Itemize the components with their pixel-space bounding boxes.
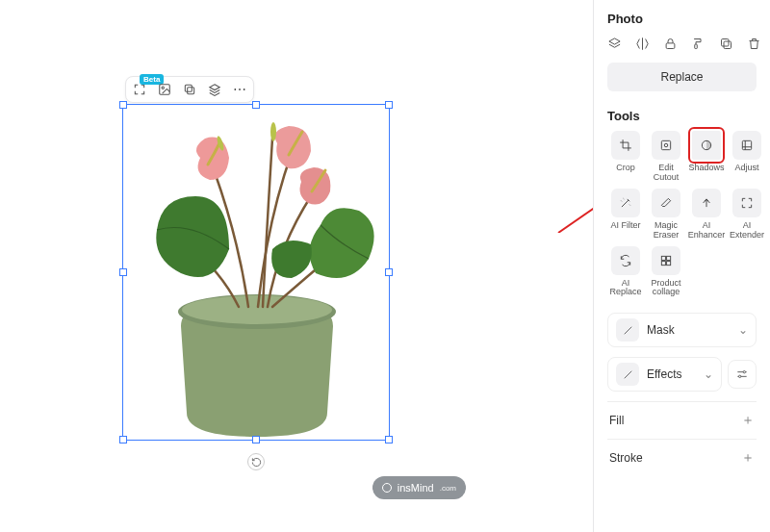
shadows-icon: [692, 131, 721, 160]
tool-label: Magic Eraser: [654, 221, 680, 241]
tool-ai-filter[interactable]: AI Filter: [607, 189, 644, 241]
lock-icon[interactable]: [663, 36, 678, 51]
effects-settings-button[interactable]: [728, 360, 757, 389]
fill-row[interactable]: Fill ＋: [607, 401, 757, 439]
crop-icon: [611, 131, 640, 160]
svg-rect-0: [160, 85, 170, 95]
mask-icon: [616, 318, 639, 342]
svg-rect-3: [185, 85, 192, 91]
resize-handle[interactable]: [385, 268, 393, 276]
eraser-icon: [652, 189, 680, 217]
more-icon[interactable]: ⋯: [232, 82, 247, 97]
svg-point-14: [664, 143, 668, 147]
svg-line-22: [624, 371, 631, 379]
resize-handle[interactable]: [252, 436, 260, 443]
mask-row[interactable]: Mask ⌄: [607, 313, 757, 347]
svg-point-23: [743, 371, 745, 373]
adjust-icon: [732, 131, 761, 160]
svg-line-21: [624, 327, 631, 335]
tool-crop[interactable]: Crop: [607, 131, 644, 183]
ai-expand-icon[interactable]: Beta: [132, 82, 147, 97]
stroke-row[interactable]: Stroke ＋: [607, 439, 757, 476]
collage-icon: [652, 246, 680, 275]
resize-handle[interactable]: [119, 101, 127, 109]
watermark-text: insMind: [398, 482, 434, 494]
stroke-label: Stroke: [609, 451, 643, 465]
extend-icon: [732, 189, 761, 217]
duplicate-icon[interactable]: [719, 36, 733, 51]
tool-label: Product collage: [651, 279, 680, 298]
edit-icon: [652, 131, 680, 160]
tool-ai-extender[interactable]: AI Extender: [729, 189, 765, 241]
enhance-icon: [692, 189, 721, 217]
image-icon[interactable]: [157, 82, 172, 97]
effects-row[interactable]: Effects ⌄: [607, 357, 722, 392]
svg-point-1: [162, 87, 164, 89]
delete-icon[interactable]: [747, 36, 761, 51]
panel-title: Photo: [607, 12, 757, 26]
tools-section-label: Tools: [607, 109, 757, 123]
mask-label: Mask: [647, 323, 675, 337]
svg-point-24: [739, 376, 741, 378]
tool-magic-eraser[interactable]: Magic Eraser: [648, 189, 684, 241]
copy-icon[interactable]: [182, 82, 197, 97]
watermark-suffix: .com: [440, 484, 456, 493]
effects-icon: [616, 363, 639, 386]
tool-shadows[interactable]: Shadows: [688, 131, 725, 183]
tool-label: Crop: [616, 164, 635, 173]
tool-label: Edit Cutout: [654, 164, 680, 183]
tool-edit-cutout[interactable]: Edit Cutout: [648, 131, 684, 183]
resize-handle[interactable]: [385, 101, 393, 109]
chevron-down-icon: ⌄: [704, 367, 713, 381]
watermark: insMind .com: [372, 476, 466, 499]
svg-rect-12: [722, 38, 730, 46]
tool-ai-replace[interactable]: AI Replace: [607, 246, 644, 298]
canvas-area[interactable]: Beta ⋯: [0, 0, 593, 532]
svg-rect-9: [666, 42, 675, 48]
replace-icon: [611, 246, 640, 275]
tool-product-collage[interactable]: Product collage: [648, 246, 684, 298]
add-fill-icon[interactable]: ＋: [741, 412, 755, 429]
tool-label: AI Filter: [610, 221, 640, 231]
svg-rect-20: [667, 261, 671, 265]
effects-label: Effects: [647, 367, 681, 381]
svg-rect-16: [742, 140, 751, 149]
watermark-icon: [382, 483, 392, 493]
resize-handle[interactable]: [385, 436, 393, 443]
svg-rect-13: [661, 140, 670, 149]
rotate-handle[interactable]: [247, 453, 265, 470]
tool-label: Adjust: [734, 164, 758, 173]
svg-point-5: [182, 295, 332, 324]
tool-label: AI Enhancer: [688, 221, 726, 241]
replace-button[interactable]: Replace: [607, 63, 757, 91]
add-stroke-icon[interactable]: ＋: [741, 449, 755, 467]
svg-rect-2: [188, 88, 194, 94]
chevron-down-icon: ⌄: [738, 323, 748, 337]
tool-label: Shadows: [688, 164, 724, 173]
tools-grid: CropEdit CutoutShadowsAdjustAI FilterMag…: [607, 131, 757, 297]
flip-icon[interactable]: [635, 36, 650, 51]
tool-adjust[interactable]: Adjust: [729, 131, 765, 183]
tool-label: AI Extender: [730, 221, 764, 241]
plant-image: [123, 105, 389, 440]
wand-icon: [611, 189, 640, 217]
tool-ai-enhancer[interactable]: AI Enhancer: [688, 189, 725, 241]
top-action-strip: [607, 36, 757, 51]
tool-label: AI Replace: [609, 279, 641, 298]
svg-rect-19: [661, 261, 665, 265]
selected-image-frame[interactable]: [122, 104, 390, 441]
right-panel: Photo Replace Tools CropEdit CutoutShado…: [593, 0, 770, 532]
svg-rect-17: [661, 256, 665, 260]
resize-handle[interactable]: [119, 268, 127, 276]
svg-rect-11: [724, 41, 732, 49]
floating-toolbar: Beta ⋯: [125, 76, 254, 103]
svg-point-6: [270, 122, 276, 141]
resize-handle[interactable]: [119, 436, 127, 443]
fill-label: Fill: [609, 414, 624, 427]
layers-icon[interactable]: [607, 36, 622, 51]
layers2-icon[interactable]: [207, 82, 222, 97]
svg-rect-10: [695, 44, 698, 48]
resize-handle[interactable]: [252, 101, 260, 109]
svg-rect-18: [667, 256, 671, 260]
paint-icon[interactable]: [691, 36, 706, 51]
